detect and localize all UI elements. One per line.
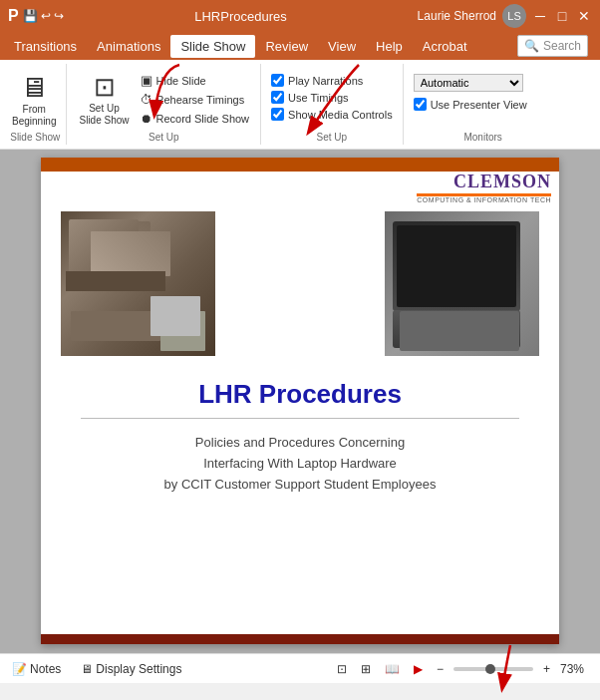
ribbon-group-checkboxes: Play Narrations Use Timings Show Media C… xyxy=(261,64,404,145)
presenter-view-checkbox[interactable]: Use Presenter View xyxy=(414,98,553,111)
use-timings-checkbox[interactable]: Use Timings xyxy=(271,91,393,104)
menu-transitions[interactable]: Transitions xyxy=(4,35,87,58)
show-media-controls-label: Show Media Controls xyxy=(288,109,393,121)
display-settings-label: Display Settings xyxy=(96,662,181,676)
search-label: Search xyxy=(543,39,581,53)
display-icon: 🖥 xyxy=(81,662,93,676)
setup-group-label: Set Up xyxy=(67,132,260,143)
slide-header-bar xyxy=(41,158,559,172)
rehearse-timings-button[interactable]: ⏱ Rehearse Timings xyxy=(138,91,253,109)
slide-area: CLEMSON COMPUTING & INFORMATION TECH xyxy=(0,150,600,653)
set-up-slide-show-button[interactable]: ⊡ Set UpSlide Show xyxy=(75,70,133,130)
rehearse-timings-label: Rehearse Timings xyxy=(156,94,245,106)
title-bar-left: P 💾 ↩ ↪ xyxy=(8,7,64,25)
status-bar: 📝 Notes 🖥 Display Settings ⊡ ⊞ 📖 ▶ − + 7… xyxy=(0,653,600,683)
menu-view[interactable]: View xyxy=(318,35,366,58)
monitor-play-icon: 🖥 xyxy=(20,71,48,104)
menu-slideshow[interactable]: Slide Show xyxy=(170,35,255,58)
setup-icon: ⊡ xyxy=(94,72,116,103)
hide-slide-icon: ▣ xyxy=(141,73,152,88)
slide-canvas: CLEMSON COMPUTING & INFORMATION TECH xyxy=(41,158,559,644)
subtitle-line-3: by CCIT Customer Support Student Employe… xyxy=(71,475,529,496)
hide-slide-label: Hide Slide xyxy=(156,75,206,87)
user-avatar[interactable]: LS xyxy=(502,4,526,28)
notes-icon: 📝 xyxy=(12,662,27,676)
show-media-controls-input[interactable] xyxy=(271,108,284,121)
slideshow-button[interactable]: ▶ xyxy=(410,660,427,678)
maximize-button[interactable]: □ xyxy=(554,8,570,24)
slide-show-group-label: Slide Show xyxy=(4,132,66,143)
subtitle-line-1: Policies and Procedures Concerning xyxy=(71,433,529,454)
title-bar-right: Laurie Sherrod LS ─ □ ✕ xyxy=(418,4,592,28)
slide-title: LHR Procedures xyxy=(41,371,559,414)
monitors-settings: Automatic Use Presenter View xyxy=(414,68,553,125)
use-timings-label: Use Timings xyxy=(288,92,349,104)
from-beginning-button[interactable]: 🖥 FromBeginning xyxy=(8,70,60,130)
slide-image-left xyxy=(61,211,215,356)
title-bar: P 💾 ↩ ↪ LHRProcedures Laurie Sherrod LS … xyxy=(0,0,600,32)
zoom-slider[interactable] xyxy=(453,667,533,671)
document-title: LHRProcedures xyxy=(64,9,417,24)
monitors-group-label: monitors xyxy=(404,132,563,143)
zoom-out-button[interactable]: − xyxy=(433,660,448,678)
menu-bar: Transitions Animations Slide Show Review… xyxy=(0,32,600,60)
display-settings-button[interactable]: 🖥 Display Settings xyxy=(77,660,185,678)
close-button[interactable]: ✕ xyxy=(576,8,592,24)
zoom-in-button[interactable]: + xyxy=(539,660,554,678)
play-narrations-input[interactable] xyxy=(271,74,284,87)
menu-help[interactable]: Help xyxy=(366,35,413,58)
ribbon-group-monitors: Automatic Use Presenter View monitors xyxy=(404,64,563,145)
clemson-logo: CLEMSON COMPUTING & INFORMATION TECH xyxy=(417,172,551,203)
play-narrations-checkbox[interactable]: Play Narrations xyxy=(271,74,393,87)
quick-access[interactable]: 💾 ↩ ↪ xyxy=(23,9,65,23)
minimize-button[interactable]: ─ xyxy=(532,8,548,24)
menu-review[interactable]: Review xyxy=(255,35,318,58)
setup-small-buttons: ▣ Hide Slide ⏱ Rehearse Timings ⏺ Record… xyxy=(138,71,253,128)
record-icon: ⏺ xyxy=(141,112,152,126)
monitor-select-row: Automatic xyxy=(414,74,553,92)
use-timings-input[interactable] xyxy=(271,91,284,104)
search-box[interactable]: 🔍 Search xyxy=(517,35,588,57)
zoom-thumb xyxy=(485,664,495,674)
slide-subtitle: Policies and Procedures Concerning Inter… xyxy=(41,423,559,505)
app-icon: P xyxy=(8,7,19,25)
menu-acrobat[interactable]: Acrobat xyxy=(413,35,477,58)
notes-label: Notes xyxy=(30,662,61,676)
slide-sorter-button[interactable]: ⊞ xyxy=(357,660,375,678)
show-media-controls-checkbox[interactable]: Show Media Controls xyxy=(271,108,393,121)
clemson-subtitle: COMPUTING & INFORMATION TECH xyxy=(417,196,551,203)
presenter-view-label: Use Presenter View xyxy=(431,99,527,111)
ribbon-group-setup: ⊡ Set UpSlide Show ▣ Hide Slide ⏱ Rehear… xyxy=(67,64,261,145)
ribbon: 🖥 FromBeginning Slide Show ⊡ Set UpSlide… xyxy=(0,60,600,150)
menu-animations[interactable]: Animations xyxy=(87,35,170,58)
checkbox-group: Play Narrations Use Timings Show Media C… xyxy=(271,68,393,135)
record-slide-show-label: Record Slide Show xyxy=(156,113,250,125)
record-slide-show-button[interactable]: ⏺ Record Slide Show xyxy=(138,110,253,128)
reading-view-button[interactable]: 📖 xyxy=(381,660,404,678)
presenter-view-input[interactable] xyxy=(414,98,427,111)
ribbon-group-from-beginning: 🖥 FromBeginning Slide Show xyxy=(4,64,67,145)
search-icon: 🔍 xyxy=(524,39,539,53)
filename-label: LHRProcedures xyxy=(194,9,287,24)
checkboxes-group-label: Set Up xyxy=(261,132,403,143)
status-left: 📝 Notes 🖥 Display Settings xyxy=(8,660,185,678)
play-narrations-label: Play Narrations xyxy=(288,75,363,87)
zoom-percent: 73% xyxy=(560,662,592,676)
notes-button[interactable]: 📝 Notes xyxy=(8,660,65,678)
normal-view-button[interactable]: ⊡ xyxy=(333,660,351,678)
slide-divider xyxy=(81,418,519,419)
slide-image-right xyxy=(385,211,539,356)
slide-footer-bar xyxy=(41,634,559,644)
subtitle-line-2: Interfacing With Laptop Hardware xyxy=(71,454,529,475)
monitor-dropdown[interactable]: Automatic xyxy=(414,74,523,92)
rehearse-timings-icon: ⏱ xyxy=(141,93,152,107)
hide-slide-button[interactable]: ▣ Hide Slide xyxy=(138,71,253,90)
status-right: ⊡ ⊞ 📖 ▶ − + 73% xyxy=(333,660,592,678)
user-name: Laurie Sherrod xyxy=(418,9,496,23)
clemson-name: CLEMSON xyxy=(417,172,551,192)
